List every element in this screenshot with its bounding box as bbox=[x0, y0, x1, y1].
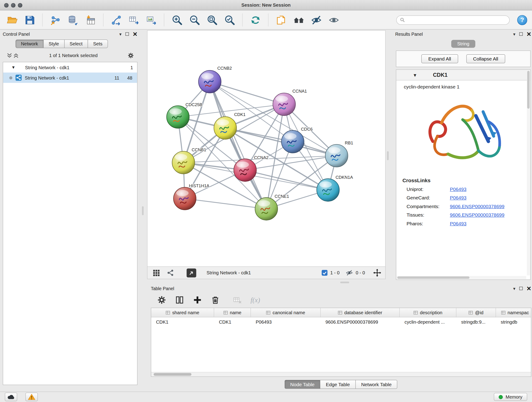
table-cell[interactable]: P06493 bbox=[251, 317, 321, 327]
zoom-in-button[interactable] bbox=[170, 13, 184, 27]
open-session-button[interactable] bbox=[5, 13, 19, 27]
search-field[interactable] bbox=[396, 15, 510, 25]
network-node-CCNB1[interactable] bbox=[172, 151, 195, 174]
network-node-HIST1H1A[interactable] bbox=[173, 187, 196, 210]
tree-expand-icon[interactable]: ▼ bbox=[12, 65, 16, 70]
close-window-button[interactable] bbox=[4, 3, 9, 7]
hide-graphics-button[interactable] bbox=[309, 13, 323, 27]
horizontal-splitter-handle[interactable] bbox=[340, 282, 349, 283]
collapse-all-button[interactable]: Collapse All bbox=[466, 54, 505, 63]
panel-float-button[interactable]: ▾ bbox=[119, 32, 122, 36]
pan-crosshair-icon[interactable] bbox=[373, 269, 381, 277]
search-input[interactable] bbox=[407, 17, 506, 23]
import-network-from-file-button[interactable] bbox=[48, 13, 63, 27]
new-network-from-selection-button[interactable] bbox=[109, 13, 123, 27]
cloud-status-button[interactable] bbox=[5, 393, 17, 401]
network-edge[interactable] bbox=[210, 82, 284, 104]
network-node-CDC25B[interactable] bbox=[167, 106, 189, 128]
table-cell[interactable]: 9606.ENSP00000378699 bbox=[321, 317, 400, 327]
collapse-all-icon[interactable] bbox=[6, 52, 13, 59]
export-image-button[interactable] bbox=[144, 13, 158, 27]
panel-close-button[interactable]: ✕ bbox=[526, 31, 531, 37]
crosslink-link[interactable]: 9606.ENSP00000378699 bbox=[450, 204, 505, 209]
import-table-from-file-button[interactable] bbox=[83, 13, 98, 27]
birds-eye-view-button[interactable] bbox=[152, 268, 161, 277]
warnings-button[interactable] bbox=[25, 393, 38, 401]
results-vertical-scrollbar[interactable] bbox=[527, 70, 530, 275]
column-header-shared-name[interactable]: shared name bbox=[151, 308, 214, 317]
crosslink-link[interactable]: 9606.ENSP00000378699 bbox=[450, 212, 505, 218]
network-node-CCNE1[interactable] bbox=[255, 198, 278, 220]
panel-float-button[interactable]: ▾ bbox=[513, 32, 515, 36]
crosslink-link[interactable]: P06493 bbox=[450, 221, 467, 226]
table-row[interactable]: CDK1CDK1P064939606.ENSP00000378699cyclin… bbox=[151, 317, 531, 327]
scrollbar-thumb[interactable] bbox=[527, 71, 530, 109]
protein-section-header[interactable]: ▼ CDK1 bbox=[396, 70, 530, 81]
table-cell[interactable]: cyclin-dependent ... bbox=[400, 317, 457, 327]
network-node-CCNA2[interactable] bbox=[234, 159, 256, 182]
panel-close-button[interactable]: ✕ bbox=[133, 31, 138, 37]
help-button[interactable]: ? bbox=[517, 15, 527, 25]
scrollbar-thumb[interactable] bbox=[397, 276, 469, 279]
zoom-window-button[interactable] bbox=[18, 3, 22, 7]
minimize-window-button[interactable] bbox=[11, 3, 16, 7]
table-cell[interactable]: stringdb bbox=[496, 317, 532, 327]
clone-network-button[interactable] bbox=[127, 13, 141, 27]
column-header--id[interactable]: @id bbox=[456, 308, 496, 317]
table-cell[interactable]: CDK1 bbox=[151, 317, 214, 327]
table-cell[interactable]: stringdb:9... bbox=[456, 317, 496, 327]
tab-network[interactable]: Network bbox=[16, 40, 44, 48]
expand-all-icon[interactable] bbox=[13, 52, 19, 59]
panel-close-button[interactable]: ✕ bbox=[526, 286, 531, 292]
string-results-tab[interactable]: String bbox=[451, 40, 475, 48]
save-session-button[interactable] bbox=[22, 13, 37, 27]
home-button[interactable] bbox=[291, 13, 306, 27]
zoom-fit-button[interactable] bbox=[205, 13, 219, 27]
crosslink-link[interactable]: P06493 bbox=[450, 195, 467, 201]
right-splitter-handle[interactable] bbox=[387, 151, 389, 160]
delete-column-icon[interactable] bbox=[211, 295, 220, 305]
zoom-selected-button[interactable] bbox=[222, 13, 237, 27]
network-node-CDC6[interactable] bbox=[281, 130, 304, 153]
panel-float-button[interactable]: ▾ bbox=[513, 286, 515, 291]
column-header-canonical-name[interactable]: canonical name bbox=[251, 308, 321, 317]
network-overview-button[interactable] bbox=[165, 268, 175, 277]
tab-network-table[interactable]: Network Table bbox=[355, 380, 398, 389]
add-column-icon[interactable] bbox=[193, 295, 202, 305]
network-canvas[interactable]: CCNB2CCNA1CDC25BCDK1CDC6RB1CCNB1CCNA2CDK… bbox=[147, 31, 385, 267]
panel-maximize-button[interactable] bbox=[125, 32, 129, 36]
left-splitter-handle[interactable] bbox=[142, 206, 144, 215]
table-settings-gear-icon[interactable] bbox=[157, 295, 167, 305]
tab-node-table[interactable]: Node Table bbox=[284, 380, 320, 389]
network-node-RB1[interactable] bbox=[325, 144, 348, 167]
network-node-CCNB2[interactable] bbox=[198, 70, 221, 93]
gear-icon[interactable] bbox=[128, 52, 134, 59]
panel-maximize-button[interactable] bbox=[519, 32, 523, 36]
tab-select[interactable]: Select bbox=[64, 40, 88, 48]
hidden-eye-slash-icon[interactable] bbox=[346, 270, 353, 276]
memory-button[interactable]: Memory bbox=[494, 393, 527, 401]
apply-layout-button[interactable] bbox=[248, 13, 263, 27]
crosslink-link[interactable]: P06493 bbox=[450, 186, 467, 192]
network-node-CDKN1A[interactable] bbox=[317, 179, 339, 201]
table-horizontal-scrollbar[interactable] bbox=[151, 372, 531, 376]
column-header-name[interactable]: name bbox=[214, 308, 251, 317]
function-builder-button[interactable]: f(x) bbox=[251, 296, 260, 304]
selected-checkbox-icon[interactable] bbox=[322, 270, 328, 276]
section-collapse-icon[interactable]: ▼ bbox=[413, 72, 417, 78]
panel-maximize-button[interactable] bbox=[519, 287, 523, 290]
network-node-CCNA1[interactable] bbox=[273, 93, 296, 116]
network-node-CDK1[interactable] bbox=[214, 117, 237, 139]
scrollbar-thumb[interactable] bbox=[154, 373, 191, 376]
network-edge[interactable] bbox=[185, 198, 266, 209]
expand-all-button[interactable]: Expand All bbox=[421, 54, 458, 63]
select-columns-icon[interactable] bbox=[175, 295, 184, 305]
column-header-namespac[interactable]: namespac bbox=[496, 308, 532, 317]
network-view[interactable]: CCNB2CCNA1CDC25BCDK1CDC6RB1CCNB1CCNA2CDK… bbox=[147, 30, 386, 267]
network-edge[interactable] bbox=[210, 82, 266, 209]
show-graphics-button[interactable] bbox=[326, 13, 341, 27]
documents-button[interactable] bbox=[274, 13, 288, 27]
import-network-from-database-button[interactable] bbox=[66, 13, 80, 27]
network-edge[interactable] bbox=[225, 128, 336, 156]
results-horizontal-scrollbar[interactable] bbox=[397, 276, 526, 279]
